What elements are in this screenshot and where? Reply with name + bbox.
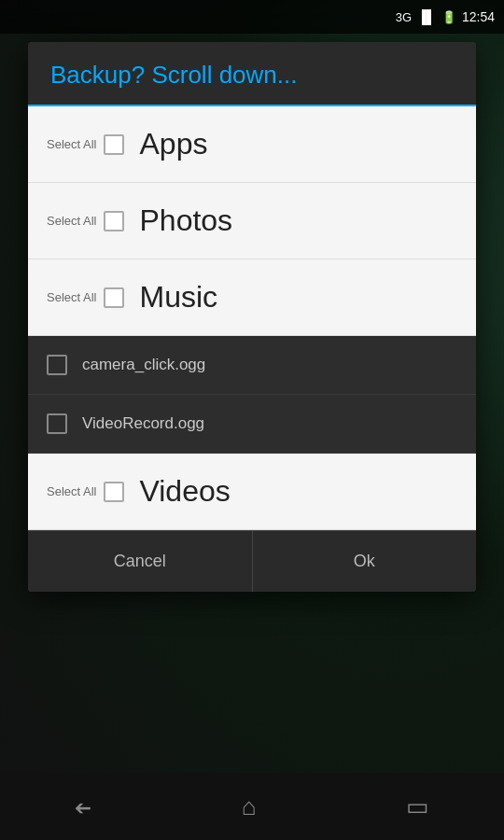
videos-section-title: Videos	[139, 474, 230, 509]
photos-section-title: Photos	[139, 203, 232, 238]
music-section-title: Music	[139, 280, 217, 315]
dialog-buttons: Cancel Ok	[28, 530, 476, 592]
apps-section-title: Apps	[139, 127, 207, 161]
camera-click-filename: camera_click.ogg	[82, 356, 205, 374]
photos-section-row: Select All Photos	[28, 183, 476, 259]
back-icon: ➔	[75, 796, 91, 820]
videos-section-row: Select All Videos	[28, 454, 476, 530]
back-button[interactable]: ➔	[75, 792, 91, 821]
recents-icon: ▭	[406, 792, 429, 820]
backup-dialog: Backup? Scroll down... Select All Apps S…	[28, 42, 476, 592]
videos-select-all-label: Select All	[47, 484, 96, 498]
camera-click-checkbox[interactable]	[47, 355, 67, 375]
photos-select-all-checkbox[interactable]	[104, 211, 124, 231]
videorecord-checkbox[interactable]	[47, 413, 67, 434]
apps-select-all-label: Select All	[47, 137, 96, 151]
ok-button[interactable]: Ok	[253, 531, 477, 592]
music-select-all-checkbox[interactable]	[104, 287, 124, 308]
music-section-row: Select All Music	[28, 259, 476, 336]
file-row: VideoRecord.ogg	[28, 395, 476, 454]
home-button[interactable]: ⌂	[242, 792, 257, 821]
dialog-header: Backup? Scroll down...	[28, 42, 476, 106]
apps-section-row: Select All Apps	[28, 106, 476, 183]
modal-overlay: Backup? Scroll down... Select All Apps S…	[0, 0, 504, 840]
navigation-bar: ➔ ⌂ ▭	[0, 773, 504, 840]
music-select-all-label: Select All	[47, 290, 96, 304]
videos-select-all-checkbox[interactable]	[104, 482, 124, 502]
videorecord-filename: VideoRecord.ogg	[82, 414, 204, 433]
status-bar: 3G ▐▌ 🔋 12:54	[0, 0, 504, 34]
file-row: camera_click.ogg	[28, 336, 476, 395]
photos-select-all-label: Select All	[47, 214, 96, 228]
cancel-button[interactable]: Cancel	[28, 531, 253, 592]
apps-select-all-checkbox[interactable]	[104, 134, 124, 155]
signal-bars-icon: ▐▌	[417, 9, 436, 24]
recents-button[interactable]: ▭	[406, 792, 429, 821]
battery-icon: 🔋	[441, 10, 456, 24]
dialog-title: Backup? Scroll down...	[50, 61, 454, 90]
home-icon: ⌂	[242, 792, 257, 820]
clock: 12:54	[462, 9, 495, 24]
signal-indicator: 3G	[396, 10, 412, 24]
